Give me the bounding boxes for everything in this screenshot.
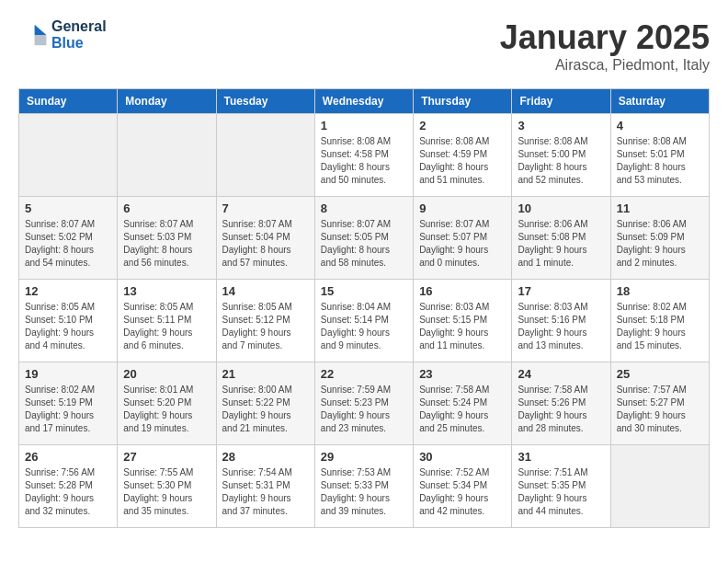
weekday-header: Monday bbox=[118, 89, 216, 114]
calendar-cell: 14Sunrise: 8:05 AM Sunset: 5:12 PM Dayli… bbox=[216, 280, 314, 362]
calendar-week-row: 19Sunrise: 8:02 AM Sunset: 5:19 PM Dayli… bbox=[19, 362, 710, 445]
day-number: 17 bbox=[518, 284, 604, 298]
calendar-cell: 7Sunrise: 8:07 AM Sunset: 5:04 PM Daylig… bbox=[216, 197, 314, 280]
page-header: General Blue January 2025 Airasca, Piedm… bbox=[18, 18, 710, 74]
calendar-cell: 4Sunrise: 8:08 AM Sunset: 5:01 PM Daylig… bbox=[610, 114, 709, 197]
logo-blue: Blue bbox=[51, 35, 107, 52]
day-info: Sunrise: 8:00 AM Sunset: 5:22 PM Dayligh… bbox=[222, 384, 309, 435]
day-number: 20 bbox=[123, 367, 210, 381]
calendar-cell: 9Sunrise: 8:07 AM Sunset: 5:07 PM Daylig… bbox=[414, 197, 512, 280]
day-info: Sunrise: 8:02 AM Sunset: 5:19 PM Dayligh… bbox=[25, 384, 111, 435]
calendar-cell: 31Sunrise: 7:51 AM Sunset: 5:35 PM Dayli… bbox=[512, 445, 610, 528]
day-number: 1 bbox=[321, 119, 407, 132]
calendar-cell: 12Sunrise: 8:05 AM Sunset: 5:10 PM Dayli… bbox=[19, 280, 118, 362]
day-number: 22 bbox=[321, 367, 407, 381]
calendar-cell: 29Sunrise: 7:53 AM Sunset: 5:33 PM Dayli… bbox=[314, 445, 413, 528]
title-block: January 2025 Airasca, Piedmont, Italy bbox=[500, 18, 710, 74]
weekday-header: Friday bbox=[512, 89, 610, 114]
day-info: Sunrise: 7:55 AM Sunset: 5:30 PM Dayligh… bbox=[123, 466, 210, 518]
logo-general: General bbox=[51, 18, 107, 35]
logo: General Blue bbox=[18, 18, 107, 52]
day-number: 30 bbox=[419, 450, 506, 464]
calendar-cell: 23Sunrise: 7:58 AM Sunset: 5:24 PM Dayli… bbox=[414, 362, 512, 445]
calendar-cell: 18Sunrise: 8:02 AM Sunset: 5:18 PM Dayli… bbox=[610, 280, 709, 362]
calendar-cell: 24Sunrise: 7:58 AM Sunset: 5:26 PM Dayli… bbox=[512, 362, 610, 445]
day-number: 11 bbox=[617, 201, 703, 215]
location-title: Airasca, Piedmont, Italy bbox=[500, 57, 710, 74]
day-number: 28 bbox=[222, 450, 309, 464]
calendar-cell: 2Sunrise: 8:08 AM Sunset: 4:59 PM Daylig… bbox=[414, 114, 512, 197]
day-info: Sunrise: 7:57 AM Sunset: 5:27 PM Dayligh… bbox=[617, 384, 703, 435]
day-number: 12 bbox=[25, 284, 111, 298]
month-title: January 2025 bbox=[500, 18, 710, 57]
day-number: 7 bbox=[222, 201, 309, 215]
day-number: 31 bbox=[518, 450, 604, 464]
calendar-cell: 28Sunrise: 7:54 AM Sunset: 5:31 PM Dayli… bbox=[216, 445, 314, 528]
day-info: Sunrise: 8:01 AM Sunset: 5:20 PM Dayligh… bbox=[123, 384, 210, 435]
calendar-week-row: 5Sunrise: 8:07 AM Sunset: 5:02 PM Daylig… bbox=[19, 197, 710, 280]
weekday-header: Saturday bbox=[610, 89, 709, 114]
calendar-cell: 25Sunrise: 7:57 AM Sunset: 5:27 PM Dayli… bbox=[610, 362, 709, 445]
day-info: Sunrise: 8:03 AM Sunset: 5:15 PM Dayligh… bbox=[419, 301, 506, 352]
day-number: 19 bbox=[25, 367, 111, 381]
day-info: Sunrise: 8:08 AM Sunset: 4:58 PM Dayligh… bbox=[321, 135, 407, 187]
calendar-cell: 6Sunrise: 8:07 AM Sunset: 5:03 PM Daylig… bbox=[118, 197, 216, 280]
calendar-cell: 22Sunrise: 7:59 AM Sunset: 5:23 PM Dayli… bbox=[314, 362, 413, 445]
day-info: Sunrise: 7:53 AM Sunset: 5:33 PM Dayligh… bbox=[321, 466, 407, 518]
day-number: 3 bbox=[518, 119, 604, 132]
day-info: Sunrise: 7:59 AM Sunset: 5:23 PM Dayligh… bbox=[321, 384, 407, 435]
day-number: 18 bbox=[617, 284, 703, 298]
calendar-cell: 13Sunrise: 8:05 AM Sunset: 5:11 PM Dayli… bbox=[118, 280, 216, 362]
day-number: 29 bbox=[321, 450, 407, 464]
calendar-cell: 1Sunrise: 8:08 AM Sunset: 4:58 PM Daylig… bbox=[314, 114, 413, 197]
calendar-cell bbox=[216, 114, 314, 197]
day-number: 8 bbox=[321, 201, 407, 215]
weekday-header: Tuesday bbox=[216, 89, 314, 114]
calendar-cell: 20Sunrise: 8:01 AM Sunset: 5:20 PM Dayli… bbox=[118, 362, 216, 445]
day-info: Sunrise: 8:06 AM Sunset: 5:08 PM Dayligh… bbox=[518, 218, 604, 270]
calendar-table: SundayMondayTuesdayWednesdayThursdayFrid… bbox=[18, 88, 710, 528]
day-info: Sunrise: 7:58 AM Sunset: 5:24 PM Dayligh… bbox=[419, 384, 506, 435]
day-info: Sunrise: 8:07 AM Sunset: 5:05 PM Dayligh… bbox=[321, 218, 407, 270]
day-info: Sunrise: 8:07 AM Sunset: 5:04 PM Dayligh… bbox=[222, 218, 309, 270]
day-info: Sunrise: 8:05 AM Sunset: 5:12 PM Dayligh… bbox=[222, 301, 309, 352]
day-info: Sunrise: 8:08 AM Sunset: 5:01 PM Dayligh… bbox=[617, 135, 703, 187]
day-number: 4 bbox=[617, 119, 703, 132]
calendar-week-row: 1Sunrise: 8:08 AM Sunset: 4:58 PM Daylig… bbox=[19, 114, 710, 197]
day-number: 21 bbox=[222, 367, 309, 381]
calendar-cell bbox=[610, 445, 709, 528]
day-info: Sunrise: 8:03 AM Sunset: 5:16 PM Dayligh… bbox=[518, 301, 604, 352]
weekday-header: Sunday bbox=[19, 89, 118, 114]
calendar-cell: 21Sunrise: 8:00 AM Sunset: 5:22 PM Dayli… bbox=[216, 362, 314, 445]
day-info: Sunrise: 8:06 AM Sunset: 5:09 PM Dayligh… bbox=[617, 218, 703, 270]
day-number: 14 bbox=[222, 284, 309, 298]
day-info: Sunrise: 8:02 AM Sunset: 5:18 PM Dayligh… bbox=[617, 301, 703, 352]
weekday-header: Wednesday bbox=[314, 89, 413, 114]
day-info: Sunrise: 8:05 AM Sunset: 5:10 PM Dayligh… bbox=[25, 301, 111, 352]
calendar-cell: 17Sunrise: 8:03 AM Sunset: 5:16 PM Dayli… bbox=[512, 280, 610, 362]
day-number: 27 bbox=[123, 450, 210, 464]
calendar-cell bbox=[19, 114, 118, 197]
day-number: 6 bbox=[123, 201, 210, 215]
calendar-week-row: 26Sunrise: 7:56 AM Sunset: 5:28 PM Dayli… bbox=[19, 445, 710, 528]
weekday-header: Thursday bbox=[414, 89, 512, 114]
day-number: 2 bbox=[419, 119, 506, 132]
weekday-header-row: SundayMondayTuesdayWednesdayThursdayFrid… bbox=[19, 89, 710, 114]
day-info: Sunrise: 7:54 AM Sunset: 5:31 PM Dayligh… bbox=[222, 466, 309, 518]
day-info: Sunrise: 8:08 AM Sunset: 4:59 PM Dayligh… bbox=[419, 135, 506, 187]
day-info: Sunrise: 7:56 AM Sunset: 5:28 PM Dayligh… bbox=[25, 466, 111, 518]
calendar-cell: 11Sunrise: 8:06 AM Sunset: 5:09 PM Dayli… bbox=[610, 197, 709, 280]
day-number: 15 bbox=[321, 284, 407, 298]
day-number: 16 bbox=[419, 284, 506, 298]
calendar-cell: 5Sunrise: 8:07 AM Sunset: 5:02 PM Daylig… bbox=[19, 197, 118, 280]
day-info: Sunrise: 7:51 AM Sunset: 5:35 PM Dayligh… bbox=[518, 466, 604, 518]
day-number: 23 bbox=[419, 367, 506, 381]
calendar-cell: 15Sunrise: 8:04 AM Sunset: 5:14 PM Dayli… bbox=[314, 280, 413, 362]
calendar-cell: 30Sunrise: 7:52 AM Sunset: 5:34 PM Dayli… bbox=[414, 445, 512, 528]
day-number: 25 bbox=[617, 367, 703, 381]
day-number: 24 bbox=[518, 367, 604, 381]
day-info: Sunrise: 7:58 AM Sunset: 5:26 PM Dayligh… bbox=[518, 384, 604, 435]
calendar-cell: 3Sunrise: 8:08 AM Sunset: 5:00 PM Daylig… bbox=[512, 114, 610, 197]
calendar-cell: 19Sunrise: 8:02 AM Sunset: 5:19 PM Dayli… bbox=[19, 362, 118, 445]
svg-marker-1 bbox=[35, 35, 47, 45]
